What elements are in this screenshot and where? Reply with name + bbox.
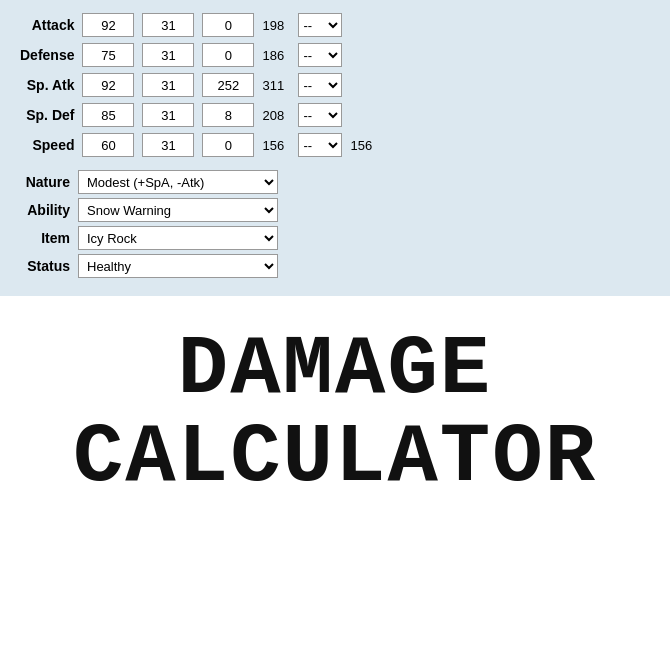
stat-base-4[interactable] [82,133,134,157]
stat-base-0[interactable] [82,13,134,37]
stat-base-3[interactable] [82,103,134,127]
stat-label-4: Speed [16,130,78,160]
nature-label: Nature [16,174,78,190]
item-label: Item [16,230,78,246]
stat-extra-4: 156 [346,130,376,160]
stat-row-spdef: Sp. Def208--+1+2+3+4+5+6-1-2-3-4-5-6 [16,100,376,130]
nature-select[interactable]: HardyLonelyBraveAdamantNaughtyBoldDocile… [78,170,278,194]
nature-row: Nature HardyLonelyBraveAdamantNaughtyBol… [16,170,654,194]
stat-mod-select-0[interactable]: --+1+2+3+4+5+6-1-2-3-4-5-6 [298,13,342,37]
item-row: Item NoneIcy RockChoice ScarfChoice Spec… [16,226,654,250]
stat-label-2: Sp. Atk [16,70,78,100]
stat-row-spatk: Sp. Atk311--+1+2+3+4+5+6-1-2-3-4-5-6 [16,70,376,100]
stats-table: Attack198--+1+2+3+4+5+6-1-2-3-4-5-6Defen… [16,10,376,160]
stat-label-1: Defense [16,40,78,70]
stat-total-3: 208 [258,100,294,130]
stat-ev-1[interactable] [202,43,254,67]
ability-label: Ability [16,202,78,218]
item-select[interactable]: NoneIcy RockChoice ScarfChoice SpecsLife… [78,226,278,250]
damage-calculator-title: DAMAGE CALCULATOR [73,326,597,502]
stat-total-2: 311 [258,70,294,100]
status-row: Status HealthyBurnedParalyzedPoisonedBad… [16,254,654,278]
stat-mod-select-3[interactable]: --+1+2+3+4+5+6-1-2-3-4-5-6 [298,103,342,127]
stat-base-2[interactable] [82,73,134,97]
status-select[interactable]: HealthyBurnedParalyzedPoisonedBadly Pois… [78,254,278,278]
stat-iv-4[interactable] [142,133,194,157]
ability-select[interactable]: Snow WarningSnow CloakForecastIce Body [78,198,278,222]
stat-label-0: Attack [16,10,78,40]
stat-iv-1[interactable] [142,43,194,67]
stats-section: Attack198--+1+2+3+4+5+6-1-2-3-4-5-6Defen… [0,0,670,296]
footer-section: DAMAGE CALCULATOR [0,296,670,542]
stat-total-4: 156 [258,130,294,160]
field-rows: Nature HardyLonelyBraveAdamantNaughtyBol… [16,170,654,278]
stat-mod-select-4[interactable]: --+1+2+3+4+5+6-1-2-3-4-5-6 [298,133,342,157]
stat-ev-2[interactable] [202,73,254,97]
stat-iv-2[interactable] [142,73,194,97]
stat-ev-3[interactable] [202,103,254,127]
stat-total-0: 198 [258,10,294,40]
status-label: Status [16,258,78,274]
stat-row-attack: Attack198--+1+2+3+4+5+6-1-2-3-4-5-6 [16,10,376,40]
stat-label-3: Sp. Def [16,100,78,130]
stat-row-defense: Defense186--+1+2+3+4+5+6-1-2-3-4-5-6 [16,40,376,70]
stat-iv-0[interactable] [142,13,194,37]
ability-row: Ability Snow WarningSnow CloakForecastIc… [16,198,654,222]
stat-iv-3[interactable] [142,103,194,127]
stat-total-1: 186 [258,40,294,70]
stat-base-1[interactable] [82,43,134,67]
stat-row-speed: Speed156--+1+2+3+4+5+6-1-2-3-4-5-6156 [16,130,376,160]
stat-mod-select-2[interactable]: --+1+2+3+4+5+6-1-2-3-4-5-6 [298,73,342,97]
stat-ev-4[interactable] [202,133,254,157]
stat-ev-0[interactable] [202,13,254,37]
stat-mod-select-1[interactable]: --+1+2+3+4+5+6-1-2-3-4-5-6 [298,43,342,67]
